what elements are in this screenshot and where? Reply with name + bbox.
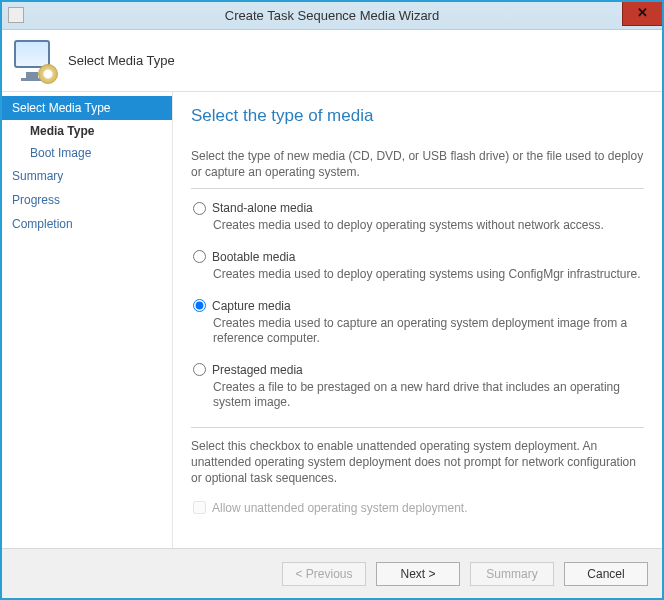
desc-standalone: Creates media used to deploy operating s… [213, 218, 644, 234]
media-wizard-icon [14, 40, 56, 82]
wizard-window: Create Task Sequence Media Wizard ✕ Sele… [0, 0, 664, 600]
header-title: Select Media Type [68, 53, 175, 68]
wizard-footer: < Previous Next > Summary Cancel [2, 548, 662, 598]
divider [191, 188, 644, 189]
label-standalone: Stand-alone media [212, 201, 313, 215]
content-title: Select the type of media [191, 106, 644, 126]
wizard-header: Select Media Type [2, 30, 662, 92]
checkbox-unattended [193, 501, 206, 514]
titlebar[interactable]: Create Task Sequence Media Wizard ✕ [2, 2, 662, 30]
radio-prestaged[interactable] [193, 363, 206, 376]
window-title: Create Task Sequence Media Wizard [225, 8, 439, 23]
wizard-content: Select the type of media Select the type… [172, 92, 662, 548]
option-prestaged: Prestaged media Creates a file to be pre… [193, 363, 644, 411]
divider [191, 427, 644, 428]
option-bootable: Bootable media Creates media used to dep… [193, 250, 644, 283]
sidebar-step-progress[interactable]: Progress [2, 188, 172, 212]
sidebar-substep-boot-image[interactable]: Boot Image [2, 142, 172, 164]
option-standalone: Stand-alone media Creates media used to … [193, 201, 644, 234]
sidebar-step-completion[interactable]: Completion [2, 212, 172, 236]
next-button[interactable]: Next > [376, 562, 460, 586]
label-unattended: Allow unattended operating system deploy… [212, 501, 468, 515]
sidebar-step-summary[interactable]: Summary [2, 164, 172, 188]
label-capture: Capture media [212, 299, 291, 313]
radio-standalone[interactable] [193, 202, 206, 215]
wizard-body: Select Media Type Media Type Boot Image … [2, 92, 662, 548]
wizard-sidebar: Select Media Type Media Type Boot Image … [2, 92, 172, 548]
radio-bootable[interactable] [193, 250, 206, 263]
unattended-note: Select this checkbox to enable unattende… [191, 438, 644, 487]
sidebar-substep-media-type[interactable]: Media Type [2, 120, 172, 142]
option-capture: Capture media Creates media used to capt… [193, 299, 644, 347]
label-prestaged: Prestaged media [212, 363, 303, 377]
unattended-row: Allow unattended operating system deploy… [193, 501, 644, 515]
cancel-button[interactable]: Cancel [564, 562, 648, 586]
app-icon [8, 7, 24, 23]
close-button[interactable]: ✕ [622, 2, 662, 26]
desc-capture: Creates media used to capture an operati… [213, 316, 644, 347]
label-bootable: Bootable media [212, 250, 295, 264]
sidebar-step-select-media-type[interactable]: Select Media Type [2, 96, 172, 120]
desc-bootable: Creates media used to deploy operating s… [213, 267, 644, 283]
summary-button: Summary [470, 562, 554, 586]
content-intro: Select the type of new media (CD, DVD, o… [191, 148, 644, 180]
desc-prestaged: Creates a file to be prestaged on a new … [213, 380, 644, 411]
previous-button: < Previous [282, 562, 366, 586]
radio-capture[interactable] [193, 299, 206, 312]
